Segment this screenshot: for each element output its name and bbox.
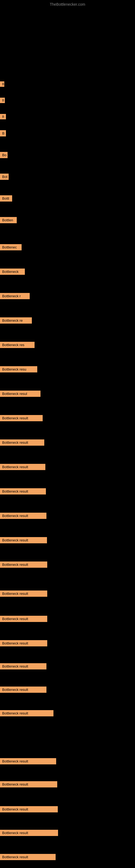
- bottleneck-label-119: Bottleneck result: [0, 561, 47, 568]
- site-title: TheBottlenecker.com: [0, 0, 135, 9]
- bottleneck-label-5: Bottleneck result: [0, 781, 57, 787]
- bottleneck-label-105: Bottlen: [0, 217, 17, 223]
- bottleneck-label-109: Bottleneck re: [0, 317, 32, 323]
- bottleneck-label-104: Bottl: [0, 195, 12, 202]
- bottleneck-label-110: Bottleneck res: [0, 342, 35, 348]
- bottleneck-label-111: Bottleneck resu: [0, 366, 37, 372]
- bottleneck-label-118: Bottleneck result: [0, 537, 47, 543]
- bottleneck-label-120: Bottleneck result: [0, 616, 47, 622]
- bottleneck-label-116: Bottleneck result: [0, 488, 46, 495]
- bottleneck-label-6: Bottleneck result: [0, 806, 58, 812]
- bottleneck-label-101: B: [0, 130, 6, 136]
- bottleneck-label-202: B: [0, 98, 5, 103]
- bottleneck-label-3: Bottleneck result: [0, 710, 53, 716]
- bottleneck-label-113: Bottleneck result: [0, 415, 43, 421]
- bottleneck-label-8: Bottleneck result: [0, 854, 56, 860]
- bottleneck-label-103: Bot: [0, 174, 9, 180]
- bottleneck-label-121: Bottleneck result: [0, 640, 47, 646]
- bottleneck-label-4: Bottleneck result: [0, 758, 56, 764]
- bottleneck-label-112: Bottleneck resul: [0, 391, 41, 397]
- bottleneck-label-122: Bottleneck result: [0, 663, 46, 670]
- bottleneck-label-2: Bottleneck result: [0, 686, 46, 693]
- bottleneck-label-7: Bottleneck result: [0, 830, 58, 836]
- bottleneck-label-117: Bottleneck result: [0, 513, 46, 519]
- bottleneck-label-115: Bottleneck result: [0, 464, 45, 470]
- bottleneck-label-203: B: [0, 114, 6, 119]
- bottleneck-label-106: Bottlenec: [0, 244, 21, 250]
- bottleneck-label-114: Bottleneck result: [0, 439, 44, 446]
- bottleneck-label-107: Bottleneck: [0, 269, 25, 275]
- bottleneck-label-102: Bo: [0, 152, 8, 158]
- bottleneck-label-201: B: [0, 82, 4, 87]
- bottleneck-label-108: Bottleneck r: [0, 293, 30, 299]
- bottleneck-label-1: Bottleneck result: [0, 590, 47, 597]
